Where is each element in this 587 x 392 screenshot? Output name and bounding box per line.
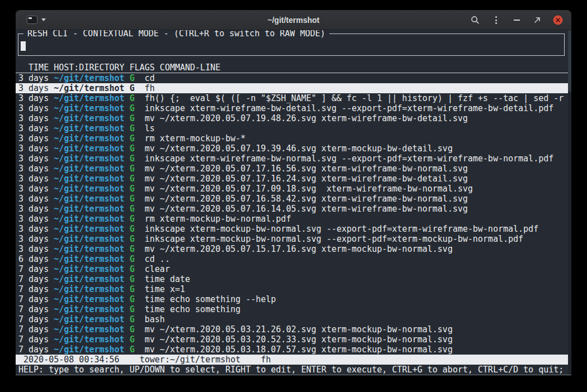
history-row[interactable]: 7 days ~/git/termshot G time date [16, 274, 571, 284]
terminal-screen[interactable]: RESH CLI - CONTEXTUAL MODE - (CTRL+R to … [16, 30, 571, 375]
history-row[interactable]: 3 days ~/git/termshot G mv ~/xterm.2020.… [16, 184, 571, 194]
history-row[interactable]: 3 days ~/git/termshot G mv ~/xterm.2020.… [16, 174, 571, 184]
row-flags: G [130, 73, 135, 83]
row-command: mv ~/xterm.2020.05.03.21.26.02.svg xterm… [145, 324, 453, 334]
resh-mode-label: RESH CLI - CONTEXTUAL MODE - (CTRL+R to … [23, 30, 329, 39]
row-flags: G [130, 204, 135, 214]
history-row[interactable]: 3 days ~/git/termshot G ls [16, 123, 571, 133]
row-directory: ~/git/termshot [54, 204, 124, 214]
row-directory: ~/git/termshot [54, 194, 124, 204]
row-command: mv ~/xterm.2020.05.07.16.58.42.svg xterm… [145, 194, 468, 204]
row-flags: G [130, 264, 135, 274]
history-row[interactable]: 3 days ~/git/termshot G mv ~/xterm.2020.… [16, 194, 571, 204]
row-command: cd [145, 73, 155, 83]
scrollbar[interactable] [568, 30, 571, 375]
row-command: rm xterm-mockup-bw-* [145, 133, 246, 144]
history-row[interactable]: 3 days ~/git/termshot G inkscape xterm-m… [16, 224, 571, 234]
row-flags: G [130, 274, 135, 284]
history-row[interactable]: 3 days ~/git/termshot G inkscape xterm-w… [16, 103, 571, 113]
text-cursor [21, 41, 26, 51]
history-row[interactable]: 3 days ~/git/termshot G mv ~/xterm.2020.… [16, 164, 571, 174]
close-icon [553, 15, 563, 25]
history-row[interactable]: 3 days ~/git/termshot G inkscape xterm-w… [16, 154, 571, 164]
close-button[interactable] [551, 13, 565, 27]
history-column-header: TIME HOST:DIRECTORY FLAGS COMMAND-LINE [16, 63, 571, 73]
row-flags: G [130, 164, 135, 174]
row-directory: ~/git/termshot [54, 103, 124, 113]
row-time: 6 days [18, 254, 49, 264]
history-row[interactable]: 7 days ~/git/termshot G bash [16, 314, 571, 324]
history-row[interactable]: 7 days ~/git/termshot G mv ~/xterm.2020.… [16, 334, 571, 345]
row-command: clear [145, 264, 170, 274]
row-directory: ~/git/termshot [54, 164, 124, 174]
history-row[interactable]: 6 days ~/git/termshot G cd .. [16, 254, 571, 264]
history-row[interactable]: 7 days ~/git/termshot G clear [16, 264, 571, 274]
row-flags: G [130, 345, 135, 355]
row-command: mv ~/xterm.2020.05.07.19.39.46.svg xterm… [145, 144, 453, 154]
row-command: mv ~/xterm.2020.05.07.19.48.26.svg xterm… [145, 113, 468, 123]
history-row[interactable]: 3 days ~/git/termshot G fh() {; eval $( … [16, 93, 571, 103]
row-time: 3 days [18, 123, 49, 133]
minimize-icon [514, 20, 520, 21]
row-time: 7 days [18, 284, 49, 294]
history-row[interactable]: 3 days ~/git/termshot G mv ~/xterm.2020.… [16, 204, 571, 214]
row-time: 7 days [18, 334, 49, 345]
resh-search-input[interactable]: RESH CLI - CONTEXTUAL MODE - (CTRL+R to … [18, 34, 565, 56]
history-row[interactable]: 7 days ~/git/termshot G time echo someth… [16, 304, 571, 314]
row-time: 7 days [18, 264, 49, 274]
minimize-button[interactable] [510, 13, 523, 27]
row-command: mv ~/xterm.2020.05.07.15.17.16.svg xterm… [145, 244, 453, 254]
maximize-button[interactable] [531, 13, 544, 27]
row-directory: ~/git/termshot [54, 334, 124, 345]
history-row[interactable]: 3 days ~/git/termshot G inkscape xterm-m… [16, 234, 571, 244]
terminal-tab-icon [27, 16, 37, 24]
new-terminal-button[interactable] [25, 14, 48, 26]
row-directory: ~/git/termshot [54, 234, 124, 244]
row-time: 3 days [18, 154, 49, 164]
kebab-icon [495, 16, 497, 18]
row-command: mv ~/xterm.2020.05.07.17.16.24.svg xterm… [145, 174, 468, 184]
row-time: 3 days [18, 214, 49, 224]
history-row[interactable]: 3 days ~/git/termshot G rm xterm-mockup-… [16, 133, 571, 144]
row-command: rm xterm-mockup-bw-normal.pdf [145, 214, 291, 224]
history-row[interactable]: 7 days ~/git/termshot G mv ~/xterm.2020.… [16, 345, 571, 355]
row-command: time echo something --help [145, 294, 276, 304]
row-time: 3 days [18, 133, 49, 144]
row-directory: ~/git/termshot [54, 324, 124, 334]
row-command: mv ~/xterm.2020.05.07.17.09.18.svg xterm… [145, 184, 473, 194]
row-directory: ~/git/termshot [54, 294, 124, 304]
row-directory: ~/git/termshot [54, 184, 124, 194]
row-directory: ~/git/termshot [54, 284, 124, 294]
history-row[interactable]: 3 days ~/git/termshot G fh [16, 83, 571, 93]
row-time: 3 days [18, 244, 49, 254]
history-row[interactable]: 3 days ~/git/termshot G mv ~/xterm.2020.… [16, 113, 571, 123]
history-row[interactable]: 7 days ~/git/termshot G mv ~/xterm.2020.… [16, 324, 571, 334]
row-flags: G [130, 294, 135, 304]
row-command: fh [145, 83, 155, 93]
row-time: 3 days [18, 174, 49, 184]
row-command: fh() {; eval $( ([ -n "$ZSH_NAME" ] && f… [145, 93, 564, 103]
row-flags: G [130, 234, 135, 244]
row-directory: ~/git/termshot [54, 304, 124, 314]
row-command: cd .. [145, 254, 170, 264]
scrollbar-thumb[interactable] [568, 30, 571, 92]
history-row[interactable]: 7 days ~/git/termshot G time x=1 [16, 284, 571, 294]
row-time: 7 days [18, 304, 49, 314]
row-time: 3 days [18, 83, 49, 93]
row-command: ls [145, 123, 155, 133]
row-flags: G [130, 254, 135, 264]
row-command: inkscape xterm-mockup-bw-normal.svg --ex… [145, 224, 538, 234]
row-time: 3 days [18, 224, 49, 234]
menu-button[interactable] [489, 13, 503, 27]
history-row[interactable]: 3 days ~/git/termshot G mv ~/xterm.2020.… [16, 144, 571, 154]
row-directory: ~/git/termshot [54, 254, 124, 264]
history-row[interactable]: 3 days ~/git/termshot G cd [16, 73, 571, 83]
titlebar[interactable]: ~/git/termshot [16, 10, 571, 30]
row-command: mv ~/xterm.2020.05.03.20.52.33.svg xterm… [145, 334, 453, 345]
row-command: time echo something [145, 304, 241, 314]
history-row[interactable]: 3 days ~/git/termshot G mv ~/xterm.2020.… [16, 244, 571, 254]
row-time: 3 days [18, 113, 49, 123]
search-button[interactable] [468, 13, 482, 27]
history-row[interactable]: 7 days ~/git/termshot G time echo someth… [16, 294, 571, 304]
history-row[interactable]: 3 days ~/git/termshot G rm xterm-mockup-… [16, 214, 571, 224]
